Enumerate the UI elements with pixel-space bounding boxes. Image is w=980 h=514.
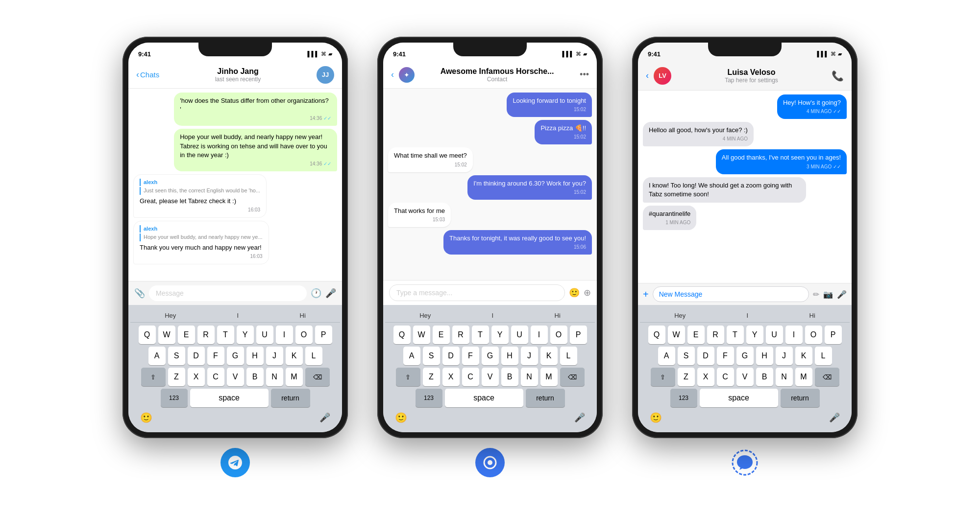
key-X-im[interactable]: X (697, 368, 714, 386)
key-D-im[interactable]: D (697, 347, 714, 365)
key-E-im[interactable]: E (687, 326, 705, 344)
key-123-t[interactable]: 123 (161, 389, 188, 407)
key-Y-b[interactable]: Y (491, 326, 509, 344)
key-H-t[interactable]: H (246, 347, 264, 365)
key-del-im[interactable]: ⌫ (815, 368, 839, 386)
key-U-t[interactable]: U (256, 326, 273, 344)
key-K-im[interactable]: K (795, 347, 812, 365)
key-N-im[interactable]: N (776, 368, 793, 386)
key-N-b[interactable]: N (521, 368, 538, 386)
key-Z-t[interactable]: Z (168, 368, 185, 386)
key-Q-t[interactable]: Q (139, 326, 156, 344)
key-U-b[interactable]: U (511, 326, 528, 344)
key-W-t[interactable]: W (158, 326, 175, 344)
key-G-t[interactable]: G (227, 347, 244, 365)
key-B-t[interactable]: B (246, 368, 264, 386)
message-input-telegram[interactable]: Message (149, 285, 307, 301)
key-P-b[interactable]: P (570, 326, 587, 344)
more-options-icon-bobble[interactable]: ••• (580, 70, 589, 80)
key-F-b[interactable]: F (462, 347, 479, 365)
telegram-app-icon[interactable] (220, 448, 250, 477)
key-A-t[interactable]: A (148, 347, 166, 365)
key-123-b[interactable]: 123 (416, 389, 442, 407)
suggestion-hey-3[interactable]: Hey (670, 311, 689, 320)
key-return-t[interactable]: return (271, 389, 310, 407)
key-E-b[interactable]: E (433, 326, 450, 344)
key-L-b[interactable]: L (560, 347, 577, 365)
key-R-t[interactable]: R (197, 326, 215, 344)
bobble-app-icon[interactable] (475, 448, 505, 477)
key-W-im[interactable]: W (668, 326, 685, 344)
key-I-b[interactable]: I (531, 326, 548, 344)
back-button-bobble[interactable]: ‹ (391, 70, 394, 80)
key-M-b[interactable]: M (540, 368, 558, 386)
message-input-imessage[interactable]: New Message (653, 286, 809, 302)
key-del-t[interactable]: ⌫ (305, 368, 330, 386)
key-L-t[interactable]: L (305, 347, 322, 365)
emoji-icon-kb[interactable]: 🙂 (395, 412, 407, 423)
key-space-im[interactable]: space (700, 389, 778, 407)
key-del-b[interactable]: ⌫ (560, 368, 585, 386)
message-input-bobble[interactable]: Type a message... (389, 284, 565, 301)
mic-bottom-icon-t[interactable]: 🎤 (319, 412, 330, 423)
key-Y-t[interactable]: Y (237, 326, 254, 344)
key-A-b[interactable]: A (403, 347, 420, 365)
key-R-im[interactable]: R (707, 326, 724, 344)
key-M-im[interactable]: M (795, 368, 812, 386)
phone-call-icon[interactable]: 📞 (832, 70, 844, 82)
key-shift-im[interactable]: ⇧ (651, 368, 675, 386)
key-B-im[interactable]: B (756, 368, 773, 386)
attachment-icon[interactable]: 📎 (134, 288, 145, 299)
signal-app-icon[interactable] (730, 448, 760, 477)
key-C-t[interactable]: C (207, 368, 224, 386)
key-E-t[interactable]: E (178, 326, 195, 344)
key-F-im[interactable]: F (717, 347, 734, 365)
key-X-t[interactable]: X (188, 368, 205, 386)
mic-icon-imessage[interactable]: 🎤 (837, 290, 847, 299)
key-G-b[interactable]: G (482, 347, 499, 365)
key-shift-b[interactable]: ⇧ (396, 368, 420, 386)
key-J-t[interactable]: J (266, 347, 283, 365)
key-T-im[interactable]: T (727, 326, 744, 344)
key-P-t[interactable]: P (315, 326, 332, 344)
mic-bottom-icon-b[interactable]: 🎤 (574, 412, 585, 423)
add-icon-imessage[interactable]: + (643, 289, 649, 300)
key-J-b[interactable]: J (521, 347, 538, 365)
key-P-im[interactable]: P (825, 326, 842, 344)
back-label[interactable]: Chats (140, 70, 159, 79)
key-H-b[interactable]: H (501, 347, 518, 365)
key-I-t[interactable]: I (276, 326, 293, 344)
key-M-t[interactable]: M (286, 368, 303, 386)
key-S-t[interactable]: S (168, 347, 185, 365)
key-N-t[interactable]: N (266, 368, 283, 386)
suggestion-i-1[interactable]: I (233, 311, 243, 320)
key-T-t[interactable]: T (217, 326, 234, 344)
key-K-t[interactable]: K (286, 347, 303, 365)
avatar-imessage[interactable]: LV (654, 67, 671, 85)
key-C-b[interactable]: C (462, 368, 479, 386)
emoji-icon-bobble[interactable]: 🙂 (569, 287, 580, 298)
key-O-im[interactable]: O (805, 326, 822, 344)
suggestion-hi-2[interactable]: Hi (551, 311, 564, 320)
key-A-im[interactable]: A (658, 347, 675, 365)
key-V-b[interactable]: V (482, 368, 499, 386)
key-C-im[interactable]: C (717, 368, 734, 386)
suggestion-hi-3[interactable]: Hi (806, 311, 819, 320)
key-G-im[interactable]: G (736, 347, 754, 365)
key-return-im[interactable]: return (781, 389, 820, 407)
back-button-imessage[interactable]: ‹ (646, 70, 649, 81)
suggestion-hey-1[interactable]: Hey (161, 311, 180, 320)
key-B-b[interactable]: B (501, 368, 518, 386)
key-V-t[interactable]: V (227, 368, 244, 386)
key-space-b[interactable]: space (445, 389, 523, 407)
back-button-telegram[interactable]: ‹ Chats (136, 70, 159, 80)
key-Z-b[interactable]: Z (423, 368, 440, 386)
suggestion-hey-2[interactable]: Hey (416, 311, 435, 320)
key-H-im[interactable]: H (756, 347, 773, 365)
mic-icon-telegram[interactable]: 🎤 (325, 288, 336, 299)
key-Q-b[interactable]: Q (393, 326, 411, 344)
key-X-b[interactable]: X (442, 368, 460, 386)
key-K-b[interactable]: K (540, 347, 558, 365)
suggestion-hi-1[interactable]: Hi (296, 311, 310, 320)
key-shift-t[interactable]: ⇧ (141, 368, 166, 386)
